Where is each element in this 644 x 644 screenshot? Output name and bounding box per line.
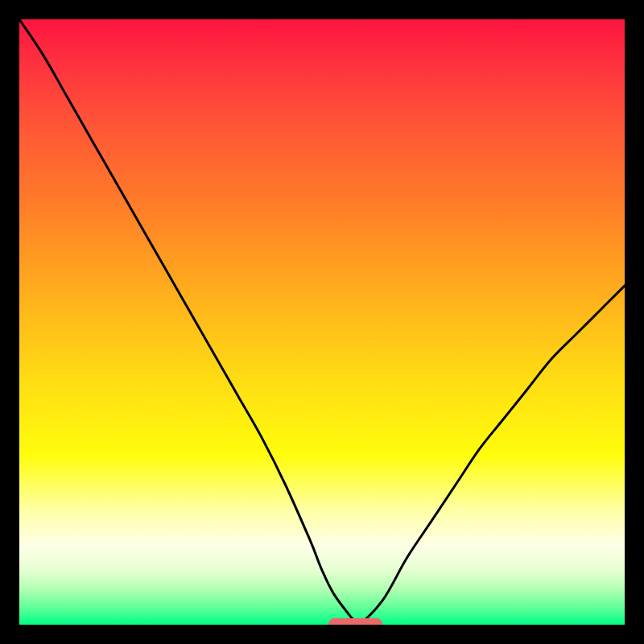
plot-area: TheBottleneck.com [19, 19, 625, 625]
bottleneck-curve [19, 19, 625, 625]
chart-frame: TheBottleneck.com [0, 0, 644, 644]
minimum-marker [328, 618, 383, 625]
